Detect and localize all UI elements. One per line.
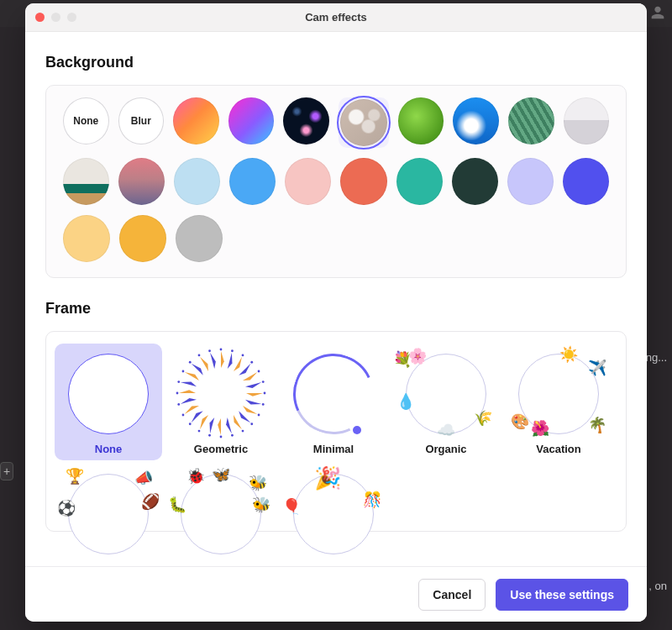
bg-none[interactable]: None [63, 97, 109, 144]
bg-bokeh-dark[interactable] [283, 97, 329, 144]
svg-point-21 [250, 361, 253, 364]
geometric-icon [171, 347, 270, 439]
svg-point-22 [258, 370, 260, 373]
svg-point-15 [189, 361, 192, 364]
svg-point-12 [176, 392, 179, 395]
bg-gradient-candy[interactable] [228, 97, 275, 144]
bg-solid-orange[interactable] [119, 215, 166, 262]
frame-vacation-label: Vacation [508, 443, 609, 455]
svg-point-2 [258, 414, 260, 417]
background-heading: Background [45, 54, 627, 71]
svg-point-7 [208, 434, 211, 437]
window-titlebar: Cam effects [25, 3, 647, 32]
frame-geometric[interactable]: Geometric [167, 344, 275, 460]
svg-point-19 [231, 349, 234, 352]
svg-point-18 [220, 349, 223, 351]
bg-solid-water[interactable] [174, 158, 220, 205]
frame-organic[interactable]: 🌸 💐 🌾 ☁️ 💧 Organic [392, 344, 500, 460]
svg-point-3 [250, 423, 253, 425]
svg-point-14 [182, 370, 185, 373]
cam-effects-window: Cam effects Background None Blur [25, 3, 647, 622]
svg-point-1 [262, 403, 265, 406]
frame-row-2: 🏆 📣 🏈 ⚽ 🐞 🦋 🐝 🐛 🐝 [55, 464, 617, 531]
svg-point-5 [231, 434, 234, 437]
window-body: Background None Blur [25, 32, 647, 566]
bg-blur[interactable]: Blur [118, 97, 165, 144]
bg-selected-wrap [339, 97, 389, 148]
bg-plants[interactable] [508, 97, 554, 144]
bg-living-room[interactable] [63, 158, 109, 205]
bg-bokeh-light[interactable] [340, 99, 387, 146]
bg-solid-grey[interactable] [176, 215, 223, 262]
bg-solid-coral[interactable] [340, 158, 386, 205]
svg-point-11 [177, 403, 180, 406]
frame-vacation[interactable]: ☀️ ✈️ 🌴 🌺 🎨 Vacation [505, 344, 612, 460]
svg-point-23 [262, 381, 265, 383]
frame-minimal-label: Minimal [283, 443, 384, 455]
svg-point-9 [189, 423, 192, 425]
bg-green-leaf[interactable] [398, 97, 444, 144]
background-row-3 [63, 215, 609, 262]
bg-solid-spruce[interactable] [452, 158, 498, 205]
background-row-1: None Blur [63, 97, 609, 148]
frame-none[interactable]: None [55, 344, 162, 460]
frame-sports[interactable]: 🏆 📣 🏈 ⚽ [55, 464, 162, 531]
frame-panel: None Geometric [45, 331, 627, 532]
bg-office[interactable] [564, 97, 610, 144]
svg-point-0 [264, 392, 266, 395]
svg-point-13 [177, 381, 180, 383]
frame-minimal[interactable]: Minimal [280, 344, 387, 460]
parent-app-add-button[interactable]: + [0, 462, 13, 480]
person-icon [648, 3, 667, 22]
svg-point-8 [198, 430, 201, 433]
bg-gradient-sunset[interactable] [173, 97, 219, 144]
svg-point-20 [242, 354, 244, 357]
bg-solid-amber[interactable] [63, 215, 110, 262]
window-footer: Cancel Use these settings [25, 566, 647, 622]
bg-solid-indigo[interactable] [563, 158, 609, 205]
bg-solid-rose[interactable] [285, 158, 331, 205]
bg-blue-sky[interactable] [453, 97, 499, 144]
frame-geometric-label: Geometric [171, 443, 271, 455]
frame-bugs[interactable]: 🐞 🦋 🐝 🐛 🐝 [167, 464, 275, 531]
background-row-2 [63, 158, 609, 205]
svg-point-17 [208, 349, 211, 352]
svg-point-6 [220, 436, 223, 438]
bg-solid-sky[interactable] [229, 158, 276, 205]
background-overflow-text-2: , on [648, 580, 667, 592]
cancel-button[interactable]: Cancel [418, 579, 486, 611]
svg-point-16 [198, 354, 201, 357]
frame-party[interactable]: 🎉 🎊 🎈 [280, 464, 387, 531]
frame-row-1: None Geometric [55, 344, 617, 460]
bg-solid-teal[interactable] [396, 158, 443, 205]
background-overflow-text-1: ng... [646, 351, 667, 364]
background-panel: None Blur [45, 85, 627, 278]
frame-none-label: None [58, 443, 159, 455]
svg-point-4 [242, 430, 244, 433]
window-title: Cam effects [25, 11, 647, 24]
bg-solid-lavender[interactable] [507, 158, 554, 205]
frame-organic-label: Organic [396, 443, 496, 455]
use-these-settings-button[interactable]: Use these settings [496, 579, 628, 611]
frame-heading: Frame [45, 300, 627, 318]
bg-dusk-clouds[interactable] [118, 158, 165, 205]
svg-point-10 [182, 414, 185, 417]
